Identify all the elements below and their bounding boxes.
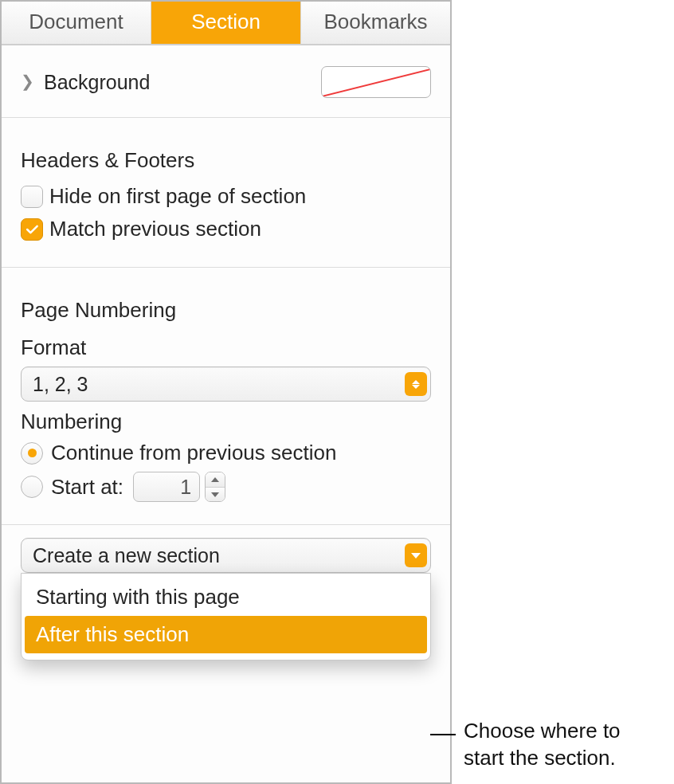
- menu-item-after-this-section[interactable]: After this section: [25, 616, 427, 653]
- headers-footers-title: Headers & Footers: [21, 148, 431, 173]
- numbering-label: Numbering: [21, 410, 431, 434]
- format-label: Format: [21, 335, 431, 360]
- page-numbering-title: Page Numbering: [21, 298, 431, 323]
- create-section-menu: Starting with this page After this secti…: [21, 573, 431, 661]
- stepper-up[interactable]: [206, 472, 225, 487]
- inspector-panel: Document Section Bookmarks ❯ Background …: [0, 0, 452, 784]
- radio-continue[interactable]: [21, 442, 43, 465]
- callout-line2: start the section.: [464, 746, 616, 770]
- hide-first-page-row[interactable]: Hide on first page of section: [21, 184, 431, 209]
- background-disclosure[interactable]: ❯ Background: [21, 71, 150, 94]
- page-numbering-section: Page Numbering Format 1, 2, 3 Numbering …: [2, 267, 450, 524]
- background-section: ❯ Background: [2, 45, 450, 117]
- match-previous-label: Match previous section: [49, 217, 261, 241]
- callout-line1: Choose where to: [464, 719, 621, 743]
- radio-start-at-label: Start at:: [51, 475, 123, 500]
- popup-arrows-icon: [405, 372, 427, 396]
- create-section-label: Create a new section: [33, 544, 220, 567]
- new-section-section: Create a new section Starting with this …: [2, 524, 450, 656]
- callout-text: Choose where to start the section.: [464, 718, 671, 772]
- match-previous-checkbox[interactable]: [21, 218, 43, 241]
- background-label: Background: [44, 71, 150, 94]
- start-at-stepper[interactable]: [205, 472, 225, 502]
- format-popup[interactable]: 1, 2, 3: [21, 367, 431, 402]
- radio-start-at-row[interactable]: Start at: 1: [21, 472, 431, 502]
- tab-bookmarks[interactable]: Bookmarks: [300, 2, 450, 44]
- start-at-field[interactable]: 1: [133, 472, 200, 502]
- create-section-popup[interactable]: Create a new section: [21, 538, 431, 573]
- callout-leader-line: [430, 734, 456, 735]
- tab-document[interactable]: Document: [2, 2, 151, 44]
- format-value: 1, 2, 3: [33, 373, 88, 396]
- menu-item-starting-with-page[interactable]: Starting with this page: [25, 578, 427, 616]
- radio-continue-label: Continue from previous section: [51, 441, 336, 465]
- hide-first-page-checkbox[interactable]: [21, 186, 43, 208]
- inspector-tabs: Document Section Bookmarks: [2, 2, 450, 45]
- tab-section[interactable]: Section: [151, 2, 300, 44]
- headers-footers-section: Headers & Footers Hide on first page of …: [2, 117, 450, 267]
- radio-continue-row[interactable]: Continue from previous section: [21, 441, 431, 465]
- no-fill-icon: [321, 68, 431, 98]
- popup-down-icon: [405, 543, 427, 567]
- background-color-well[interactable]: [321, 66, 431, 98]
- chevron-right-icon: ❯: [21, 72, 34, 91]
- hide-first-page-label: Hide on first page of section: [49, 184, 306, 209]
- radio-start-at[interactable]: [21, 476, 43, 498]
- stepper-down[interactable]: [206, 487, 225, 501]
- match-previous-row[interactable]: Match previous section: [21, 217, 431, 241]
